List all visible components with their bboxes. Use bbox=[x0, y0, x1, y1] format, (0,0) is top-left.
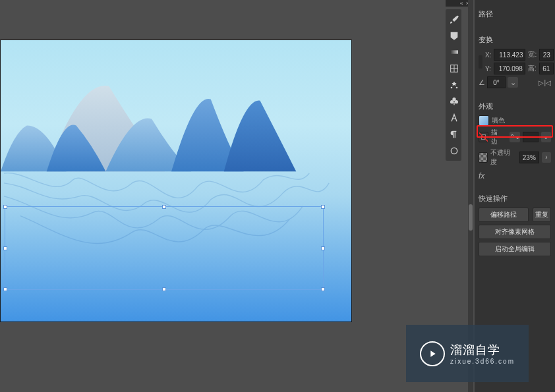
angle-dropdown-icon[interactable]: ⌄ bbox=[508, 77, 518, 88]
opacity-input[interactable] bbox=[519, 152, 539, 163]
handle-tr[interactable] bbox=[321, 205, 325, 209]
canvas-area[interactable] bbox=[0, 40, 352, 322]
gradient-icon[interactable] bbox=[447, 45, 461, 59]
stroke-weight-stepper[interactable]: ⌃⌄ bbox=[510, 132, 520, 142]
stroke-weight-input[interactable] bbox=[523, 132, 539, 142]
w-label: 宽: bbox=[528, 50, 537, 59]
watermark: 溜溜自学 zixue.3d66.com bbox=[406, 325, 529, 382]
isolate-button[interactable]: 启动全局编辑 bbox=[479, 242, 551, 256]
h-label: 高: bbox=[528, 64, 537, 73]
handle-bl[interactable] bbox=[3, 287, 7, 291]
club-icon[interactable] bbox=[447, 94, 461, 109]
h-input[interactable] bbox=[539, 63, 554, 74]
angle-label: ∠ bbox=[479, 78, 485, 87]
fx-button[interactable]: fx bbox=[479, 169, 551, 181]
quick-actions-label: 快速操作 bbox=[479, 194, 551, 204]
handle-tl[interactable] bbox=[3, 205, 7, 209]
handle-ml[interactable] bbox=[3, 246, 7, 250]
watermark-url: zixue.3d66.com bbox=[450, 358, 515, 365]
flip-icon[interactable]: ▷|◁ bbox=[539, 79, 551, 86]
w-input[interactable] bbox=[539, 49, 554, 61]
align-pixel-button[interactable]: 对齐像素网格 bbox=[479, 225, 551, 239]
shape-icon[interactable] bbox=[447, 28, 461, 43]
y-label: Y: bbox=[485, 65, 491, 72]
scroll-thumb[interactable] bbox=[469, 204, 473, 231]
collapse-left-icon: « bbox=[460, 0, 463, 7]
paragraph-icon[interactable] bbox=[447, 127, 461, 142]
path-section-label: 路径 bbox=[479, 0, 551, 22]
y-input[interactable] bbox=[494, 63, 525, 74]
watermark-title: 溜溜自学 bbox=[450, 342, 515, 358]
brush-icon[interactable] bbox=[447, 12, 461, 26]
opacity-label: 不透明度 bbox=[490, 148, 513, 167]
repeat-button[interactable]: 重复 bbox=[533, 208, 551, 222]
handle-br[interactable] bbox=[321, 287, 325, 291]
handle-bm[interactable] bbox=[162, 287, 166, 291]
circle-icon[interactable] bbox=[447, 144, 461, 158]
fill-swatch[interactable] bbox=[479, 115, 489, 126]
svg-rect-9 bbox=[453, 102, 454, 105]
svg-point-10 bbox=[451, 148, 457, 154]
stroke-dropdown-icon[interactable]: ⌄ bbox=[541, 132, 551, 142]
appearance-section-label: 外观 bbox=[479, 101, 551, 111]
selection-bounds[interactable] bbox=[5, 206, 324, 290]
opacity-chevron-icon[interactable]: › bbox=[542, 152, 551, 163]
symbol-icon[interactable] bbox=[447, 78, 461, 92]
grid-icon[interactable] bbox=[447, 61, 461, 76]
text-icon[interactable] bbox=[447, 111, 461, 125]
reference-point[interactable] bbox=[479, 55, 482, 69]
x-input[interactable] bbox=[494, 49, 525, 61]
offset-path-button[interactable]: 偏移路径 bbox=[479, 208, 529, 222]
svg-point-5 bbox=[456, 87, 458, 89]
svg-rect-0 bbox=[450, 50, 458, 53]
angle-input[interactable] bbox=[487, 76, 506, 88]
svg-point-7 bbox=[450, 100, 453, 103]
x-label: X: bbox=[485, 51, 491, 59]
stroke-swatch[interactable] bbox=[479, 132, 488, 142]
opacity-swatch[interactable] bbox=[479, 152, 488, 163]
stroke-label: 描边 bbox=[491, 128, 504, 146]
handle-mr[interactable] bbox=[321, 246, 325, 250]
side-toolbar bbox=[446, 9, 461, 161]
watermark-logo-icon bbox=[420, 341, 445, 366]
handle-tm[interactable] bbox=[162, 205, 166, 209]
svg-point-4 bbox=[451, 87, 453, 89]
fill-label: 填色 bbox=[492, 116, 505, 125]
transform-section-label: 变换 bbox=[479, 35, 551, 45]
artboard bbox=[1, 40, 351, 322]
svg-point-8 bbox=[455, 100, 458, 103]
